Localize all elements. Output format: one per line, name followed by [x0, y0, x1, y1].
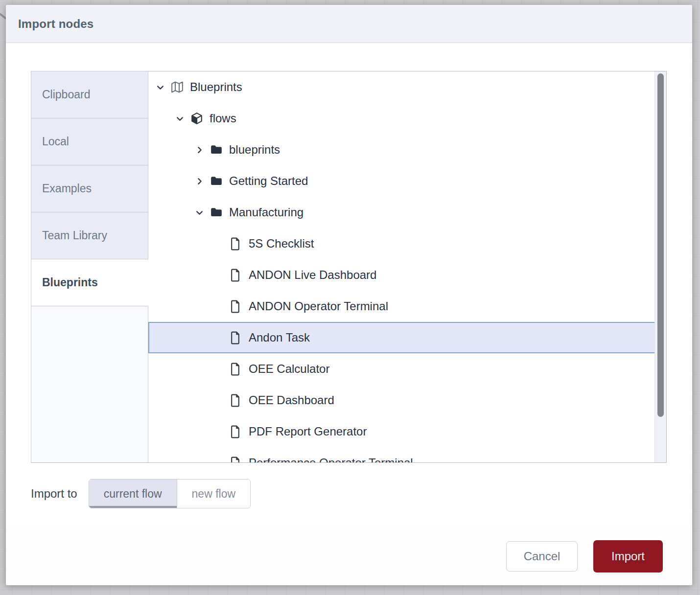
dialog-content: ClipboardLocalExamplesTeam LibraryBluepr…: [6, 43, 692, 527]
tree-scrollbar-thumb[interactable]: [657, 73, 664, 417]
import-target-toggle: current flownew flow: [89, 479, 251, 508]
import-nodes-dialog: Import nodes ClipboardLocalExamplesTeam …: [6, 5, 692, 585]
tree-row[interactable]: Getting Started: [148, 165, 666, 197]
sidebar-tab-local[interactable]: Local: [31, 118, 148, 165]
import-target-current-flow[interactable]: current flow: [89, 480, 177, 508]
dialog-header: Import nodes: [6, 5, 692, 43]
sidebar-tab-examples[interactable]: Examples: [31, 165, 148, 212]
file-icon: [230, 457, 242, 463]
tree-row[interactable]: OEE Dashboard: [148, 385, 666, 416]
cancel-button[interactable]: Cancel: [506, 541, 578, 572]
library-tree-panel: BlueprintsflowsblueprintsGetting Started…: [148, 71, 667, 463]
tree-row[interactable]: blueprints: [148, 134, 666, 165]
map-icon: [171, 81, 184, 93]
library-tabs: ClipboardLocalExamplesTeam LibraryBluepr…: [31, 71, 148, 463]
sidebar-tab-label: Local: [42, 135, 69, 148]
tree-row[interactable]: 5S Checklist: [148, 228, 666, 259]
tree-row[interactable]: OEE Calculator: [148, 353, 666, 385]
file-icon: [230, 237, 242, 250]
chevron-right-icon[interactable]: [193, 177, 205, 185]
tree-row-label: Manufacturing: [229, 206, 303, 219]
import-button[interactable]: Import: [593, 540, 663, 572]
tree-row-label: ANDON Live Dashboard: [249, 268, 376, 282]
file-icon: [230, 300, 242, 313]
file-icon: [230, 394, 242, 407]
import-to-label: Import to: [31, 487, 77, 501]
chevron-down-icon[interactable]: [174, 114, 186, 123]
sidebar-tab-clipboard[interactable]: Clipboard: [31, 71, 148, 118]
tree-row-label: 5S Checklist: [249, 237, 314, 251]
tree-row[interactable]: ANDON Live Dashboard: [148, 259, 666, 291]
tree-row-label: OEE Calculator: [249, 362, 329, 376]
tree-row[interactable]: Manufacturing: [148, 197, 666, 228]
file-icon: [230, 363, 242, 375]
cube-icon: [190, 112, 203, 125]
file-icon: [230, 425, 242, 438]
chevron-right-icon[interactable]: [193, 146, 205, 154]
folder-icon: [210, 206, 223, 219]
dialog-footer: Cancel Import: [6, 527, 692, 585]
tree-row-label: Performance Operator Terminal: [249, 456, 413, 463]
sidebar-tab-label: Team Library: [42, 229, 107, 242]
tree-row-label: OEE Dashboard: [249, 393, 334, 407]
file-icon: [230, 331, 242, 344]
import-target-new-flow[interactable]: new flow: [177, 480, 250, 508]
folder-icon: [210, 143, 223, 156]
folder-icon: [210, 175, 223, 187]
sidebar-tab-label: Clipboard: [42, 88, 90, 101]
tree-row[interactable]: Andon Task: [148, 322, 666, 353]
sidebar-tabs-filler: [31, 306, 148, 463]
chevron-down-icon[interactable]: [193, 208, 205, 217]
tree-row-label: Andon Task: [249, 331, 310, 344]
sidebar-tab-team-library[interactable]: Team Library: [31, 212, 148, 259]
sidebar-tab-label: Blueprints: [42, 276, 98, 289]
sidebar-tab-label: Examples: [42, 182, 92, 195]
import-to-row: Import to current flownew flow: [31, 479, 667, 508]
tree-row[interactable]: ANDON Operator Terminal: [148, 291, 666, 322]
tree-row-label: Blueprints: [190, 80, 242, 94]
file-icon: [230, 269, 242, 281]
tree-row-label: blueprints: [229, 143, 280, 157]
tree-row[interactable]: Performance Operator Terminal: [148, 447, 666, 463]
tree-row-label: PDF Report Generator: [249, 425, 367, 438]
library-tree: BlueprintsflowsblueprintsGetting Started…: [148, 71, 654, 462]
chevron-down-icon[interactable]: [154, 83, 166, 92]
sidebar-tab-blueprints[interactable]: Blueprints: [31, 259, 148, 306]
tree-row[interactable]: PDF Report Generator: [148, 416, 666, 447]
tree-row[interactable]: Blueprints: [148, 71, 666, 103]
tree-row-label: Getting Started: [229, 174, 308, 188]
tree-scrollbar-track: [654, 71, 666, 462]
tree-row-label: ANDON Operator Terminal: [249, 299, 388, 313]
dialog-title: Import nodes: [18, 17, 93, 31]
tree-row[interactable]: flows: [148, 103, 666, 134]
tree-row-label: flows: [210, 112, 236, 125]
